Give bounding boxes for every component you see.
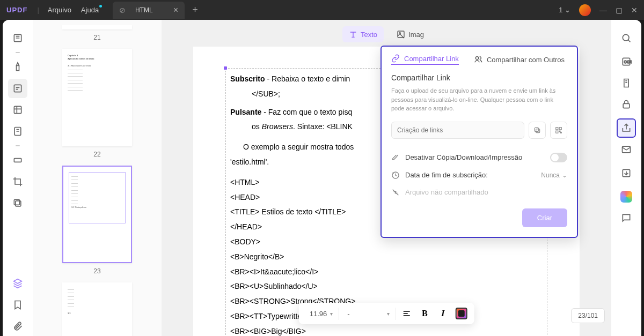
share-title: Compartilhar Link — [391, 73, 567, 82]
font-size-selector[interactable]: 11.96▾ — [304, 308, 339, 320]
svg-rect-10 — [536, 129, 540, 132]
svg-text:OCR: OCR — [624, 60, 632, 64]
pages-icon[interactable] — [8, 100, 27, 120]
svg-point-18 — [623, 34, 629, 41]
maximize-icon[interactable]: ▢ — [616, 6, 623, 14]
svg-rect-15 — [559, 131, 560, 132]
comment-icon[interactable] — [617, 208, 636, 228]
svg-rect-2 — [14, 106, 21, 113]
link-off-icon — [391, 188, 400, 197]
document-tab[interactable]: ⊘ HTML × — [113, 2, 185, 19]
ai-icon[interactable] — [617, 187, 636, 206]
reader-mode-icon[interactable] — [8, 28, 27, 48]
text-icon — [349, 30, 357, 39]
svg-rect-5 — [16, 201, 21, 206]
svg-rect-4 — [14, 159, 21, 162]
svg-rect-13 — [559, 127, 561, 129]
qr-code-button[interactable] — [550, 122, 567, 139]
clock-icon — [391, 171, 400, 180]
highlight-icon[interactable] — [8, 57, 27, 77]
link-input[interactable] — [391, 122, 524, 139]
svg-rect-6 — [14, 199, 19, 205]
thumb-label-23: 23 — [43, 267, 151, 275]
tools-icon — [391, 153, 400, 162]
new-tab-button[interactable]: + — [192, 4, 198, 16]
app-logo: UPDF — [6, 6, 27, 14]
right-rail: OCR — [611, 20, 641, 336]
form-icon[interactable] — [8, 122, 27, 141]
divider: | — [37, 6, 39, 14]
svg-rect-1 — [14, 85, 21, 92]
close-tab-icon[interactable]: × — [173, 5, 178, 15]
menu-help[interactable]: Ajuda — [81, 6, 99, 14]
thumb-label-22: 22 — [43, 151, 151, 158]
toggle-switch[interactable] — [550, 153, 567, 162]
email-icon[interactable] — [617, 140, 636, 159]
svg-rect-11 — [535, 128, 538, 131]
thumbnail-panel: 21 Capítulo 3Aplicando estilos de texto3… — [33, 20, 162, 336]
share-panel: Compartilhar Link Compartilhar com Outro… — [380, 46, 578, 238]
bookmark-icon[interactable] — [8, 295, 27, 315]
text-tool-button[interactable]: Texto — [342, 26, 384, 42]
share-link-tab[interactable]: Compartilhar Link — [391, 54, 459, 65]
svg-point-9 — [475, 57, 478, 59]
color-picker-button[interactable] — [453, 306, 469, 321]
tab-label: HTML — [130, 6, 169, 14]
redact-icon[interactable] — [8, 151, 27, 170]
search-icon[interactable] — [617, 28, 636, 48]
copy-link-button[interactable] — [529, 122, 546, 139]
minimize-icon[interactable]: — — [599, 6, 607, 14]
share-description: Faça o upload de seu arquivo para a nuve… — [391, 86, 567, 113]
ocr-icon[interactable]: OCR — [617, 52, 636, 71]
share-icon[interactable] — [617, 118, 636, 138]
thumbnail-page-24[interactable]: ——————————————————3.3 — [62, 282, 132, 336]
attachment-icon[interactable] — [8, 317, 27, 336]
italic-button[interactable]: I — [435, 306, 450, 321]
people-icon — [474, 55, 482, 64]
svg-rect-16 — [561, 132, 562, 133]
expiry-option[interactable]: Data de fim de subscrição: Nunca ⌄ — [391, 167, 567, 184]
copy-icon[interactable] — [8, 193, 27, 213]
chevron-down-icon: ⌄ — [562, 171, 567, 179]
document-area: Texto Imag Subscrito - Rebaixa o texto e… — [162, 20, 611, 336]
svg-rect-21 — [623, 103, 630, 108]
page-counter[interactable]: 23/101 — [571, 308, 605, 323]
link-icon — [391, 54, 400, 63]
left-rail — [3, 20, 33, 336]
svg-rect-14 — [556, 131, 558, 133]
svg-rect-7 — [398, 31, 404, 38]
user-avatar[interactable] — [579, 4, 591, 16]
thumb-label-21: 21 — [43, 34, 151, 41]
image-icon — [397, 30, 405, 39]
edit-toolbar: Texto Imag — [342, 26, 430, 42]
thumbnail-page-22[interactable]: Capítulo 3Aplicando estilos de texto3.1 … — [62, 49, 132, 146]
create-button[interactable]: Criar — [522, 208, 567, 227]
disable-copy-option[interactable]: Desativar Cópia/Download/Impressão — [391, 148, 567, 167]
layers-icon[interactable] — [8, 274, 27, 293]
thumbnail-page-23[interactable]: ———————————————————————————3.2 Cabeçalho… — [62, 166, 132, 263]
share-others-tab[interactable]: Compartilhar com Outros — [474, 54, 565, 65]
text-format-toolbar: 11.96▾ -▾ B I — [299, 303, 474, 324]
font-family-selector[interactable]: -▾ — [342, 308, 396, 320]
image-tool-button[interactable]: Imag — [390, 26, 430, 42]
tab-icon: ⊘ — [119, 6, 126, 14]
crop-icon[interactable] — [8, 172, 27, 191]
align-button[interactable] — [399, 306, 414, 321]
window-count[interactable]: 1 ⌄ — [559, 6, 570, 14]
menu-file[interactable]: Arquivo — [48, 6, 71, 14]
edit-text-icon[interactable] — [8, 79, 27, 98]
protect-icon[interactable] — [617, 95, 636, 114]
titlebar: UPDF | Arquivo Ajuda ⊘ HTML × + 1 ⌄ — ▢ … — [0, 0, 644, 20]
thumbnail-page-21[interactable] — [62, 25, 132, 29]
file-status: Arquivo não compartilhado — [391, 184, 567, 201]
svg-rect-12 — [556, 127, 558, 129]
export-icon[interactable] — [617, 163, 636, 183]
bold-button[interactable]: B — [417, 306, 432, 321]
close-window-icon[interactable]: ✕ — [631, 6, 638, 14]
compress-icon[interactable] — [617, 73, 636, 93]
